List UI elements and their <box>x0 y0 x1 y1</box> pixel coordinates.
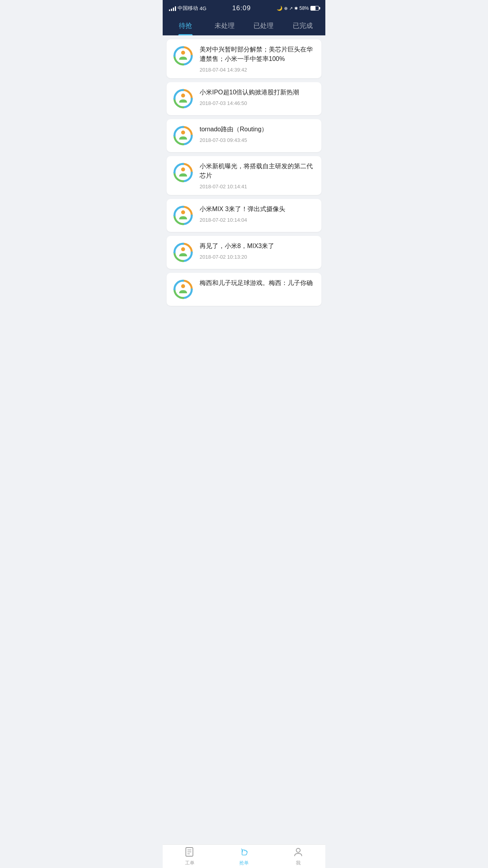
news-time: 2018-07-02 10:13:20 <box>200 254 316 260</box>
news-logo <box>172 88 194 110</box>
location-icon: ↗ <box>289 6 293 11</box>
news-logo <box>172 125 194 147</box>
svg-point-2 <box>181 131 185 134</box>
tab-unprocessed[interactable]: 未处理 <box>205 16 244 35</box>
svg-point-5 <box>181 247 185 251</box>
svg-point-3 <box>181 167 185 171</box>
news-body: 再见了，小米8，MIX3来了2018-07-02 10:13:20 <box>200 241 316 260</box>
news-card[interactable]: 小米IPO超10倍认购掀港股打新热潮2018-07-03 14:46:50 <box>167 82 321 115</box>
svg-point-6 <box>181 284 185 288</box>
news-card[interactable]: 小米新机曝光，将搭载自主研发的第二代芯片2018-07-02 10:14:41 <box>167 156 321 195</box>
news-time: 2018-07-04 14:39:42 <box>200 67 316 73</box>
news-title: 小米新机曝光，将搭载自主研发的第二代芯片 <box>200 162 316 180</box>
news-logo <box>172 45 194 67</box>
news-body: tornado路由（Routing）2018-07-03 09:43:45 <box>200 125 316 143</box>
svg-point-0 <box>181 51 185 55</box>
status-left: 中国移动 4G <box>169 5 206 12</box>
news-title: 小米MIX 3来了！弹出式摄像头 <box>200 204 316 214</box>
news-list: 美对中兴暂时部分解禁；美芯片巨头在华遭禁售；小米一手中签率100%2018-07… <box>163 35 325 337</box>
news-title: 梅西和儿子玩足球游戏。梅西：儿子你确 <box>200 278 316 288</box>
tab-pending[interactable]: 待抢 <box>166 16 205 35</box>
svg-point-1 <box>181 94 185 97</box>
lock-icon: ⊕ <box>284 6 288 11</box>
news-time: 2018-07-03 09:43:45 <box>200 137 316 143</box>
status-bar: 中国移动 4G 16:09 🌙 ⊕ ↗ ✱ 58% <box>163 0 325 16</box>
news-body: 小米IPO超10倍认购掀港股打新热潮2018-07-03 14:46:50 <box>200 88 316 106</box>
news-card[interactable]: 梅西和儿子玩足球游戏。梅西：儿子你确 <box>167 273 321 306</box>
moon-icon: 🌙 <box>277 6 283 11</box>
top-tab-bar: 待抢 未处理 已处理 已完成 <box>163 16 325 35</box>
news-card[interactable]: tornado路由（Routing）2018-07-03 09:43:45 <box>167 119 321 152</box>
news-body: 梅西和儿子玩足球游戏。梅西：儿子你确 <box>200 278 316 291</box>
news-title: 小米IPO超10倍认购掀港股打新热潮 <box>200 88 316 97</box>
news-card[interactable]: 再见了，小米8，MIX3来了2018-07-02 10:13:20 <box>167 236 321 269</box>
news-card[interactable]: 美对中兴暂时部分解禁；美芯片巨头在华遭禁售；小米一手中签率100%2018-07… <box>167 39 321 78</box>
battery-icon <box>310 6 319 11</box>
news-card[interactable]: 小米MIX 3来了！弹出式摄像头2018-07-02 10:14:04 <box>167 199 321 232</box>
news-title: tornado路由（Routing） <box>200 125 316 134</box>
news-logo <box>172 204 194 226</box>
signal-icon <box>169 6 176 11</box>
news-time: 2018-07-03 14:46:50 <box>200 100 316 106</box>
news-body: 小米MIX 3来了！弹出式摄像头2018-07-02 10:14:04 <box>200 204 316 223</box>
news-title: 美对中兴暂时部分解禁；美芯片巨头在华遭禁售；小米一手中签率100% <box>200 45 316 64</box>
battery-label: 58% <box>299 6 309 11</box>
time-label: 16:09 <box>232 4 251 12</box>
news-time: 2018-07-02 10:14:04 <box>200 217 316 223</box>
tab-processed[interactable]: 已处理 <box>244 16 283 35</box>
network-label: 4G <box>200 6 206 11</box>
news-title: 再见了，小米8，MIX3来了 <box>200 241 316 251</box>
carrier-label: 中国移动 <box>178 5 198 12</box>
news-logo <box>172 278 194 300</box>
news-logo <box>172 241 194 263</box>
status-right: 🌙 ⊕ ↗ ✱ 58% <box>277 6 319 11</box>
news-body: 美对中兴暂时部分解禁；美芯片巨头在华遭禁售；小米一手中签率100%2018-07… <box>200 45 316 73</box>
news-body: 小米新机曝光，将搭载自主研发的第二代芯片2018-07-02 10:14:41 <box>200 162 316 189</box>
bluetooth-icon: ✱ <box>294 6 298 11</box>
svg-point-4 <box>181 210 185 214</box>
news-time: 2018-07-02 10:14:41 <box>200 184 316 189</box>
tab-completed[interactable]: 已完成 <box>283 16 323 35</box>
news-logo <box>172 162 194 184</box>
